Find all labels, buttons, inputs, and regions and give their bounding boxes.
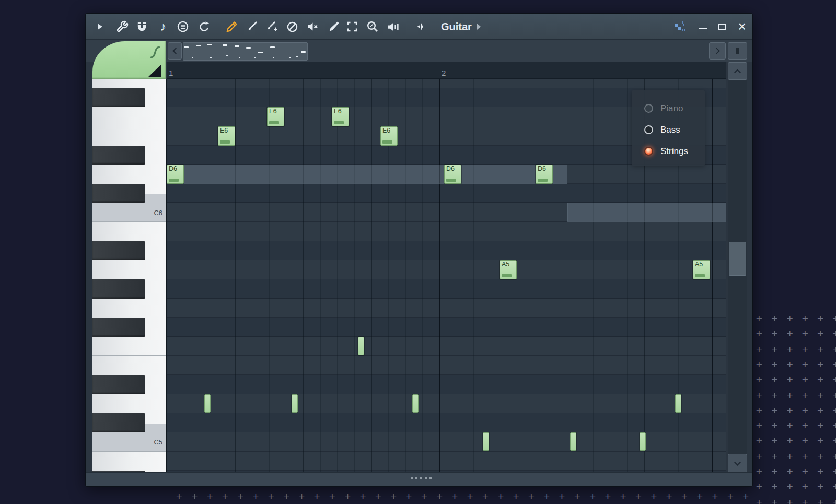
grid-line	[610, 79, 610, 472]
plus-glyph: +	[649, 492, 658, 500]
plus-glyph: +	[801, 483, 809, 491]
playback-icon[interactable]	[386, 19, 400, 34]
plus-glyph: +	[816, 314, 825, 323]
short-note-C5[interactable]	[640, 432, 646, 451]
preview-dot-mark	[192, 57, 193, 58]
instrument-option-piano[interactable]: Piano	[632, 98, 705, 119]
grid-line	[303, 79, 304, 472]
resize-dot	[411, 477, 413, 479]
paint-sequence-icon[interactable]	[265, 19, 280, 34]
piano-key-D#6[interactable]	[92, 146, 167, 165]
piano-key-E6[interactable]	[92, 126, 167, 146]
piano-key-A5[interactable]	[92, 260, 167, 279]
black-key-A#5[interactable]	[92, 241, 145, 261]
black-key-F#6[interactable]	[92, 88, 145, 108]
black-key-F#5[interactable]	[92, 318, 145, 337]
instrument-option-bass[interactable]: Bass	[632, 119, 705, 140]
short-note-C5[interactable]	[570, 432, 576, 451]
piano-key-F6[interactable]	[92, 107, 167, 126]
scroll-down-button[interactable]	[728, 454, 747, 473]
piano-key-B5[interactable]	[92, 222, 167, 241]
resize-handle[interactable]	[411, 477, 432, 479]
scroll-left-button[interactable]	[168, 42, 182, 60]
collapse-arrow-icon[interactable]	[92, 19, 107, 34]
main-menu-icon[interactable]	[176, 19, 190, 34]
scroll-right-button[interactable]	[709, 42, 726, 60]
slice-icon[interactable]	[327, 19, 341, 34]
piano-key-A#5[interactable]	[92, 241, 167, 261]
black-key-D#5[interactable]	[92, 375, 145, 394]
piano-key-D6[interactable]	[92, 165, 167, 184]
note-D6[interactable]: D6	[444, 165, 461, 184]
black-key-D#6[interactable]	[92, 146, 145, 165]
note-D6[interactable]: D6	[167, 165, 184, 184]
radio-piano[interactable]	[644, 104, 653, 113]
piano-key-B4[interactable]	[92, 452, 167, 471]
piano-key-F#5[interactable]	[92, 318, 167, 337]
note-A5[interactable]: A5	[693, 260, 710, 279]
chevron-right-icon	[477, 24, 481, 30]
note-F6[interactable]: F6	[332, 107, 349, 126]
undo-icon[interactable]	[196, 19, 211, 34]
short-note-F5[interactable]	[358, 337, 364, 355]
radio-bass[interactable]	[644, 125, 653, 134]
minimize-button[interactable]	[699, 28, 707, 29]
stamp-note-icon[interactable]: ♪	[156, 19, 170, 34]
radio-strings-selected[interactable]	[644, 147, 653, 156]
detach-window-icon[interactable]	[675, 21, 688, 32]
note-label: D6	[538, 165, 546, 172]
note-E6[interactable]: E6	[218, 126, 235, 146]
piano-key-G5[interactable]	[92, 299, 167, 318]
note-F6[interactable]: F6	[267, 107, 284, 126]
note-stamp-button[interactable]	[728, 42, 747, 60]
track-selector[interactable]: Guitar	[441, 18, 481, 35]
preview-sound-icon[interactable]	[414, 19, 429, 34]
note-D6[interactable]: D6	[536, 165, 553, 184]
piano-key-E5[interactable]	[92, 356, 167, 375]
piano-keyboard[interactable]: C6C5	[92, 79, 167, 472]
snap-magnet-icon[interactable]	[134, 19, 149, 34]
select-icon[interactable]	[345, 19, 359, 34]
black-key-C#5[interactable]	[92, 413, 145, 432]
plus-glyph: +	[755, 437, 763, 445]
short-note-C5[interactable]	[483, 432, 489, 451]
piano-key-C5[interactable]: C5	[92, 432, 167, 452]
plus-glyph: +	[770, 437, 779, 445]
vertical-scrollbar-thumb[interactable]	[729, 242, 746, 276]
zoom-icon[interactable]	[365, 19, 380, 34]
draw-pencil-icon[interactable]	[225, 19, 239, 34]
note-A5[interactable]: A5	[500, 260, 517, 279]
piano-key-F#6[interactable]	[92, 88, 167, 108]
plus-glyph: +	[770, 483, 779, 491]
mute-icon[interactable]	[305, 19, 320, 34]
grid-row-F#5	[167, 318, 726, 337]
instrument-option-strings[interactable]: Strings	[632, 140, 705, 162]
maximize-button[interactable]	[718, 24, 726, 30]
timeline-ruler[interactable]: 12	[167, 62, 726, 79]
short-note-D5[interactable]	[204, 394, 211, 413]
black-key-C#6[interactable]	[92, 184, 145, 203]
plus-glyph: +	[832, 498, 836, 504]
piano-key-D5[interactable]	[92, 394, 167, 414]
piano-key-C6[interactable]: C6	[92, 203, 167, 222]
piano-key-G6[interactable]	[92, 79, 167, 88]
close-button[interactable]: ×	[738, 21, 746, 32]
note-E6[interactable]: E6	[380, 126, 398, 146]
piano-key-D#5[interactable]	[92, 375, 167, 394]
piano-key-G#5[interactable]	[92, 279, 167, 299]
delete-icon[interactable]	[285, 19, 299, 34]
piano-key-F5[interactable]	[92, 337, 167, 356]
vertical-scrollbar[interactable]	[728, 80, 747, 454]
plus-glyph: +	[770, 498, 779, 504]
short-note-D5[interactable]	[292, 394, 298, 413]
pattern-mini-preview[interactable]	[183, 42, 308, 61]
preview-dot-mark	[254, 57, 256, 58]
short-note-D5[interactable]	[675, 394, 681, 413]
paint-brush-icon[interactable]	[245, 19, 260, 34]
scroll-up-button[interactable]	[728, 62, 747, 80]
black-key-G#5[interactable]	[92, 279, 145, 299]
plus-glyph: +	[603, 492, 612, 500]
plus-glyph: +	[832, 330, 836, 338]
short-note-D5[interactable]	[412, 394, 419, 413]
tools-wrench-icon[interactable]	[115, 19, 130, 34]
